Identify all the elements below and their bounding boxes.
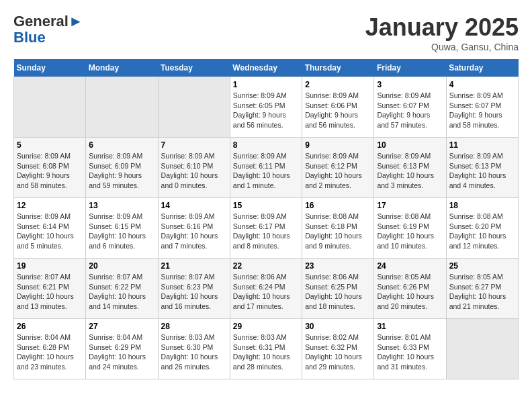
day-info: Sunrise: 8:08 AM Sunset: 6:20 PM Dayligh… xyxy=(449,212,515,251)
calendar-week-row: 19Sunrise: 8:07 AM Sunset: 6:21 PM Dayli… xyxy=(14,259,519,319)
calendar-cell: 10Sunrise: 8:09 AM Sunset: 6:13 PM Dayli… xyxy=(374,138,446,198)
weekday-header-wednesday: Wednesday xyxy=(230,59,302,77)
calendar-cell: 23Sunrise: 8:06 AM Sunset: 6:25 PM Dayli… xyxy=(302,259,374,319)
day-info: Sunrise: 8:05 AM Sunset: 6:26 PM Dayligh… xyxy=(377,272,443,312)
day-number: 15 xyxy=(233,201,299,210)
calendar-cell: 8Sunrise: 8:09 AM Sunset: 6:11 PM Daylig… xyxy=(230,138,302,198)
day-number: 2 xyxy=(305,80,371,89)
calendar-cell: 26Sunrise: 8:04 AM Sunset: 6:28 PM Dayli… xyxy=(14,319,86,379)
day-info: Sunrise: 8:08 AM Sunset: 6:19 PM Dayligh… xyxy=(377,212,443,251)
day-info: Sunrise: 8:09 AM Sunset: 6:07 PM Dayligh… xyxy=(449,91,515,130)
calendar-cell: 12Sunrise: 8:09 AM Sunset: 6:14 PM Dayli… xyxy=(14,198,86,259)
day-number: 23 xyxy=(305,261,371,271)
calendar-week-row: 12Sunrise: 8:09 AM Sunset: 6:14 PM Dayli… xyxy=(14,198,519,259)
day-number: 30 xyxy=(305,322,371,331)
day-number: 16 xyxy=(305,201,371,210)
day-number: 6 xyxy=(89,140,154,150)
day-info: Sunrise: 8:09 AM Sunset: 6:13 PM Dayligh… xyxy=(449,151,515,191)
calendar-cell: 29Sunrise: 8:03 AM Sunset: 6:31 PM Dayli… xyxy=(230,319,302,379)
day-number: 17 xyxy=(377,201,443,210)
day-info: Sunrise: 8:09 AM Sunset: 6:12 PM Dayligh… xyxy=(305,151,371,191)
day-number: 18 xyxy=(449,201,515,210)
day-info: Sunrise: 8:03 AM Sunset: 6:30 PM Dayligh… xyxy=(161,332,227,372)
day-info: Sunrise: 8:09 AM Sunset: 6:17 PM Dayligh… xyxy=(233,212,299,251)
calendar-cell: 7Sunrise: 8:09 AM Sunset: 6:10 PM Daylig… xyxy=(158,138,230,198)
title-block: January 2025 Quwa, Gansu, China xyxy=(365,13,519,52)
calendar-cell: 22Sunrise: 8:06 AM Sunset: 6:24 PM Dayli… xyxy=(230,259,302,319)
logo-blue-text: Blue xyxy=(13,29,46,46)
calendar-cell: 1Sunrise: 8:09 AM Sunset: 6:05 PM Daylig… xyxy=(230,77,302,138)
logo: General► Blue xyxy=(13,13,83,46)
weekday-header-sunday: Sunday xyxy=(14,59,86,77)
calendar-cell: 4Sunrise: 8:09 AM Sunset: 6:07 PM Daylig… xyxy=(446,77,518,138)
day-info: Sunrise: 8:03 AM Sunset: 6:31 PM Dayligh… xyxy=(233,332,299,372)
calendar-cell: 11Sunrise: 8:09 AM Sunset: 6:13 PM Dayli… xyxy=(446,138,518,198)
calendar-week-row: 5Sunrise: 8:09 AM Sunset: 6:08 PM Daylig… xyxy=(14,138,519,198)
day-info: Sunrise: 8:06 AM Sunset: 6:24 PM Dayligh… xyxy=(233,272,299,312)
day-number: 28 xyxy=(161,322,227,331)
calendar-cell: 17Sunrise: 8:08 AM Sunset: 6:19 PM Dayli… xyxy=(374,198,446,259)
day-number: 8 xyxy=(233,140,299,150)
day-info: Sunrise: 8:09 AM Sunset: 6:14 PM Dayligh… xyxy=(17,212,83,251)
calendar-cell: 16Sunrise: 8:08 AM Sunset: 6:18 PM Dayli… xyxy=(302,198,374,259)
day-number: 13 xyxy=(89,201,154,210)
day-number: 1 xyxy=(233,80,299,89)
day-info: Sunrise: 8:09 AM Sunset: 6:06 PM Dayligh… xyxy=(305,91,371,130)
weekday-header-row: SundayMondayTuesdayWednesdayThursdayFrid… xyxy=(14,59,519,77)
day-info: Sunrise: 8:09 AM Sunset: 6:13 PM Dayligh… xyxy=(377,151,443,191)
calendar-cell: 19Sunrise: 8:07 AM Sunset: 6:21 PM Dayli… xyxy=(14,259,86,319)
day-info: Sunrise: 8:09 AM Sunset: 6:07 PM Dayligh… xyxy=(377,91,443,130)
day-number: 11 xyxy=(449,140,515,150)
day-info: Sunrise: 8:08 AM Sunset: 6:18 PM Dayligh… xyxy=(305,212,371,251)
calendar-cell: 2Sunrise: 8:09 AM Sunset: 6:06 PM Daylig… xyxy=(302,77,374,138)
calendar-week-row: 26Sunrise: 8:04 AM Sunset: 6:28 PM Dayli… xyxy=(14,319,519,379)
day-info: Sunrise: 8:07 AM Sunset: 6:23 PM Dayligh… xyxy=(161,272,227,312)
calendar-cell: 27Sunrise: 8:04 AM Sunset: 6:29 PM Dayli… xyxy=(86,319,158,379)
day-number: 27 xyxy=(89,322,154,331)
calendar-cell xyxy=(86,77,158,138)
day-info: Sunrise: 8:09 AM Sunset: 6:11 PM Dayligh… xyxy=(233,151,299,191)
day-number: 20 xyxy=(89,261,154,271)
weekday-header-tuesday: Tuesday xyxy=(158,59,230,77)
day-number: 21 xyxy=(161,261,227,271)
page-header: General► Blue January 2025 Quwa, Gansu, … xyxy=(13,13,519,52)
day-number: 26 xyxy=(17,322,83,331)
calendar-cell: 6Sunrise: 8:09 AM Sunset: 6:09 PM Daylig… xyxy=(86,138,158,198)
calendar-cell xyxy=(158,77,230,138)
weekday-header-monday: Monday xyxy=(86,59,158,77)
day-number: 24 xyxy=(377,261,443,271)
month-title: January 2025 xyxy=(365,13,519,42)
calendar-cell: 24Sunrise: 8:05 AM Sunset: 6:26 PM Dayli… xyxy=(374,259,446,319)
day-info: Sunrise: 8:04 AM Sunset: 6:28 PM Dayligh… xyxy=(17,332,83,372)
day-number: 3 xyxy=(377,80,443,89)
calendar-cell: 30Sunrise: 8:02 AM Sunset: 6:32 PM Dayli… xyxy=(302,319,374,379)
weekday-header-thursday: Thursday xyxy=(302,59,374,77)
calendar-cell xyxy=(14,77,86,138)
day-info: Sunrise: 8:09 AM Sunset: 6:10 PM Dayligh… xyxy=(161,151,227,191)
calendar-cell: 25Sunrise: 8:05 AM Sunset: 6:27 PM Dayli… xyxy=(446,259,518,319)
calendar-cell: 28Sunrise: 8:03 AM Sunset: 6:30 PM Dayli… xyxy=(158,319,230,379)
calendar-cell: 15Sunrise: 8:09 AM Sunset: 6:17 PM Dayli… xyxy=(230,198,302,259)
calendar-cell: 14Sunrise: 8:09 AM Sunset: 6:16 PM Dayli… xyxy=(158,198,230,259)
day-number: 14 xyxy=(161,201,227,210)
day-info: Sunrise: 8:07 AM Sunset: 6:21 PM Dayligh… xyxy=(17,272,83,312)
day-info: Sunrise: 8:09 AM Sunset: 6:09 PM Dayligh… xyxy=(89,151,154,191)
day-number: 25 xyxy=(449,261,515,271)
day-info: Sunrise: 8:01 AM Sunset: 6:33 PM Dayligh… xyxy=(377,332,443,372)
day-info: Sunrise: 8:07 AM Sunset: 6:22 PM Dayligh… xyxy=(89,272,154,312)
day-number: 19 xyxy=(17,261,83,271)
day-info: Sunrise: 8:06 AM Sunset: 6:25 PM Dayligh… xyxy=(305,272,371,312)
calendar-cell: 20Sunrise: 8:07 AM Sunset: 6:22 PM Dayli… xyxy=(86,259,158,319)
day-info: Sunrise: 8:09 AM Sunset: 6:15 PM Dayligh… xyxy=(89,212,154,251)
logo-general-text: General xyxy=(13,13,69,30)
day-number: 31 xyxy=(377,322,443,331)
weekday-header-saturday: Saturday xyxy=(446,59,518,77)
calendar-table: SundayMondayTuesdayWednesdayThursdayFrid… xyxy=(13,59,519,379)
day-info: Sunrise: 8:09 AM Sunset: 6:08 PM Dayligh… xyxy=(17,151,83,191)
calendar-cell: 13Sunrise: 8:09 AM Sunset: 6:15 PM Dayli… xyxy=(86,198,158,259)
calendar-cell: 18Sunrise: 8:08 AM Sunset: 6:20 PM Dayli… xyxy=(446,198,518,259)
calendar-cell xyxy=(446,319,518,379)
day-info: Sunrise: 8:05 AM Sunset: 6:27 PM Dayligh… xyxy=(449,272,515,312)
day-number: 29 xyxy=(233,322,299,331)
day-number: 4 xyxy=(449,80,515,89)
